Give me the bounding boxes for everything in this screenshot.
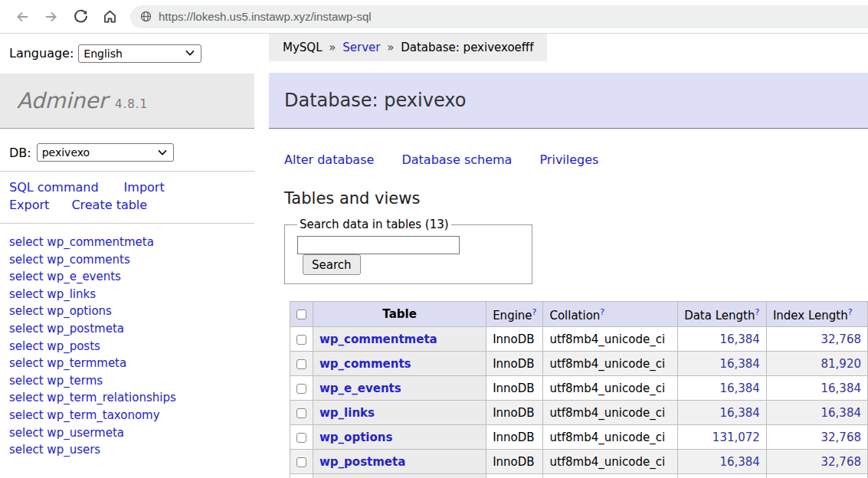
- address-bar[interactable]: https://lokesh.us5.instawp.xyz/instawp-s…: [130, 5, 868, 28]
- select-link[interactable]: select: [9, 253, 44, 267]
- collation-value: utf8mb4_unicode_ci: [543, 401, 678, 425]
- breadcrumb-server-link[interactable]: Server: [342, 41, 380, 54]
- table-link[interactable]: wp_comments: [47, 253, 129, 267]
- table-link[interactable]: wp_users: [47, 443, 100, 457]
- table-link[interactable]: wp_postmeta: [47, 322, 124, 336]
- app-version: 4.8.1: [115, 97, 148, 111]
- select-link[interactable]: select: [9, 339, 44, 353]
- engine-value: InnoDB: [486, 327, 543, 352]
- create-table-link[interactable]: Create table: [71, 198, 147, 212]
- data-length-link[interactable]: 16,384: [719, 455, 760, 469]
- table-name-link[interactable]: wp_comments: [319, 357, 411, 371]
- breadcrumb-separator: »: [329, 41, 336, 54]
- select-link[interactable]: select: [9, 374, 44, 388]
- table-link[interactable]: wp_term_relationships: [47, 391, 175, 404]
- reload-icon[interactable]: [66, 4, 95, 30]
- collation-value: utf8mb4_unicode_ci: [543, 425, 678, 450]
- index-length-link[interactable]: 16,384: [821, 406, 862, 420]
- column-help-link[interactable]: ?: [532, 307, 537, 317]
- search-button[interactable]: Search: [303, 254, 361, 275]
- row-checkbox[interactable]: [296, 408, 306, 418]
- table-row: wp_postmeta InnoDB utf8mb4_unicode_ci 16…: [290, 450, 868, 474]
- home-icon[interactable]: [95, 4, 124, 30]
- engine-value: InnoDB: [486, 450, 543, 474]
- select-link[interactable]: select: [9, 408, 44, 422]
- back-icon[interactable]: [8, 4, 37, 30]
- search-legend: Search data in tables (13): [297, 218, 451, 231]
- export-link[interactable]: Export: [9, 198, 49, 212]
- select-link[interactable]: select: [9, 426, 44, 440]
- table-link[interactable]: wp_links: [47, 287, 96, 301]
- table-name-link[interactable]: wp_links: [319, 406, 375, 420]
- sidebar: Language: English Adminer 4.8.1 DB: pexi…: [0, 34, 269, 478]
- index-length-link[interactable]: 81,920: [821, 357, 862, 371]
- data-length-link[interactable]: 16,384: [719, 332, 760, 346]
- select-link[interactable]: select: [9, 304, 44, 318]
- tables-list: Table Engine? Collation? Data Length? In…: [290, 301, 868, 478]
- row-checkbox[interactable]: [296, 433, 306, 443]
- table-link[interactable]: wp_e_events: [47, 270, 121, 283]
- adminer-logo: Adminer 4.8.1: [0, 74, 254, 129]
- table-header-row: Table Engine? Collation? Data Length? In…: [290, 302, 868, 327]
- select-link[interactable]: select: [9, 322, 44, 336]
- table-link[interactable]: wp_posts: [47, 339, 100, 353]
- import-link[interactable]: Import: [124, 180, 165, 195]
- list-item: select wp_commentmeta: [9, 234, 269, 251]
- table-name-link[interactable]: wp_e_events: [319, 381, 401, 395]
- database-schema-link[interactable]: Database schema: [401, 152, 512, 167]
- table-link[interactable]: wp_termmeta: [47, 356, 126, 370]
- search-input[interactable]: [297, 236, 460, 254]
- select-link[interactable]: select: [9, 443, 44, 457]
- index-length-link[interactable]: 32,768: [821, 431, 862, 444]
- table-name-link[interactable]: wp_options: [319, 431, 392, 444]
- index-length-link[interactable]: 32,768: [821, 455, 862, 469]
- table-row: wp_posts InnoDB utf8mb4_unicode_ci 16,38…: [290, 474, 868, 478]
- column-header-index-length: Index Length: [773, 309, 848, 322]
- globe-icon: [139, 10, 152, 23]
- select-link[interactable]: select: [9, 356, 44, 370]
- collation-value: utf8mb4_unicode_ci: [543, 376, 678, 401]
- table-name-link[interactable]: wp_commentmeta: [319, 332, 437, 346]
- row-checkbox[interactable]: [296, 457, 306, 467]
- table-link[interactable]: wp_options: [47, 304, 112, 318]
- select-link[interactable]: select: [9, 270, 44, 283]
- engine-value: InnoDB: [486, 352, 543, 376]
- data-length-link[interactable]: 16,384: [719, 381, 760, 395]
- table-link[interactable]: wp_term_taxonomy: [47, 408, 159, 422]
- list-item: select wp_usermeta: [9, 424, 269, 442]
- column-header-table: Table: [313, 302, 486, 327]
- table-link[interactable]: wp_commentmeta: [47, 235, 153, 249]
- table-link[interactable]: wp_usermeta: [47, 426, 124, 440]
- column-help-link[interactable]: ?: [600, 307, 604, 317]
- row-checkbox[interactable]: [296, 335, 306, 345]
- sql-command-link[interactable]: SQL command: [9, 180, 99, 195]
- language-select[interactable]: English: [78, 44, 201, 63]
- data-length-link[interactable]: 16,384: [719, 406, 760, 420]
- select-link[interactable]: select: [9, 235, 44, 249]
- table-name-link[interactable]: wp_postmeta: [319, 455, 405, 469]
- table-select-list: select wp_commentmeta select wp_comments…: [0, 234, 269, 459]
- select-link[interactable]: select: [9, 287, 44, 301]
- column-help-link[interactable]: ?: [755, 307, 759, 317]
- forward-icon[interactable]: [37, 4, 66, 30]
- table-row: wp_comments InnoDB utf8mb4_unicode_ci 16…: [290, 352, 868, 376]
- alter-database-link[interactable]: Alter database: [284, 152, 374, 167]
- index-length-link[interactable]: 16,384: [821, 381, 862, 395]
- sidebar-actions: SQL commandImport ExportCreate table: [0, 178, 269, 214]
- row-checkbox[interactable]: [296, 384, 306, 394]
- list-item: select wp_terms: [9, 372, 269, 390]
- database-links: Alter database Database schema Privilege…: [284, 152, 868, 167]
- column-header-collation: Collation: [549, 309, 600, 322]
- data-length-link[interactable]: 16,384: [719, 357, 760, 371]
- main-content: MySQL » Server » Database: pexivexoefff …: [269, 34, 868, 478]
- data-length-link[interactable]: 131,072: [712, 431, 760, 444]
- table-link[interactable]: wp_terms: [47, 374, 103, 388]
- column-help-link[interactable]: ?: [848, 307, 853, 317]
- privileges-link[interactable]: Privileges: [539, 152, 598, 167]
- row-checkbox[interactable]: [296, 359, 306, 369]
- select-all-checkbox[interactable]: [296, 309, 306, 319]
- select-link[interactable]: select: [9, 391, 44, 404]
- database-select[interactable]: pexivexo: [37, 143, 174, 162]
- index-length-link[interactable]: 32,768: [821, 332, 862, 346]
- list-item: select wp_posts: [9, 338, 269, 355]
